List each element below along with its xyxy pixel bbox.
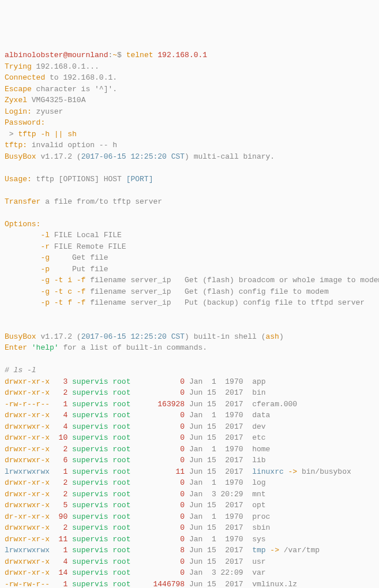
terminal-output: albinolobster@mournland:~$ telnet 192.16…	[5, 50, 374, 588]
